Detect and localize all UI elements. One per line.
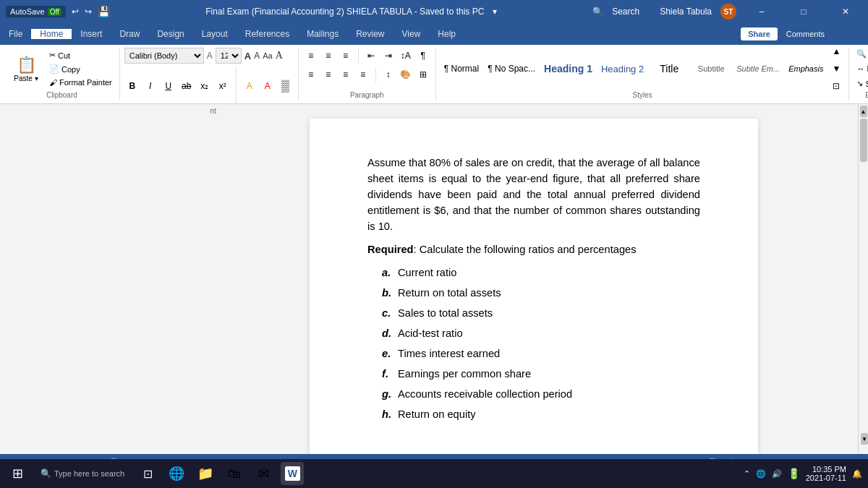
clipboard-label: Clipboard <box>9 90 115 100</box>
undo-icon[interactable]: ↩ <box>72 7 79 17</box>
copy-button[interactable]: 📄 Copy <box>46 63 115 75</box>
autosave-badge[interactable]: AutoSave Off <box>6 6 66 17</box>
task-view-button[interactable]: ⊡ <box>136 462 159 485</box>
start-button[interactable]: ⊞ <box>6 462 29 485</box>
document-scroll[interactable]: Assume that 80% of sales are on credit, … <box>210 104 858 454</box>
minimize-button[interactable]: – <box>745 0 778 23</box>
tab-design[interactable]: Design <box>148 29 192 39</box>
styles-scroll-up[interactable]: ▲ <box>828 48 844 59</box>
save-icon[interactable]: 💾 <box>98 6 110 17</box>
style-title[interactable]: Title <box>649 48 689 89</box>
notification-icon[interactable]: 🔔 <box>852 469 862 479</box>
redo-icon[interactable]: ↪ <box>85 7 92 17</box>
clock-time: 10:35 PM <box>806 465 846 474</box>
tab-draw[interactable]: Draw <box>111 29 148 39</box>
style-subtitle[interactable]: Subtitle <box>691 48 731 89</box>
styles-more[interactable]: ⊡ <box>828 78 844 90</box>
borders-button[interactable]: ⊞ <box>415 67 431 82</box>
strikethrough-button[interactable]: ab <box>179 78 195 94</box>
tab-references[interactable]: References <box>237 29 298 39</box>
show-hide-button[interactable]: ¶ <box>415 48 431 64</box>
vertical-scrollbar[interactable]: ▲ ▼ <box>858 104 868 454</box>
tab-view[interactable]: View <box>393 29 430 39</box>
cut-button[interactable]: ✂ ✂ Cut <box>46 49 115 61</box>
scroll-thumb[interactable] <box>860 119 867 162</box>
format-painter-button[interactable]: 🖌 Format Painter <box>46 77 115 88</box>
sort-button[interactable]: ↕A <box>398 48 414 64</box>
font-grow-icon[interactable]: A <box>244 51 251 61</box>
tab-help[interactable]: Help <box>429 29 464 39</box>
document-area: Assume that 80% of sales are on credit, … <box>0 104 868 454</box>
replace-button[interactable]: ↔ Replace <box>854 63 868 74</box>
list-text-f: Earnings per common share <box>398 366 531 382</box>
superscript-button[interactable]: x² <box>215 78 231 94</box>
comments-button[interactable]: Comments <box>786 30 825 38</box>
word-icon[interactable]: W <box>281 462 304 485</box>
shading-button[interactable]: ▒ <box>278 78 294 94</box>
align-left-button[interactable]: ≡ <box>303 67 319 82</box>
autosave-state[interactable]: Off <box>48 8 61 16</box>
share-button[interactable]: Share <box>741 27 778 40</box>
close-button[interactable]: ✕ <box>829 0 862 23</box>
multilevel-button[interactable]: ≡ <box>338 48 354 64</box>
list-text-h: Return on equity <box>398 406 476 422</box>
italic-button[interactable]: I <box>142 78 158 94</box>
tab-insert[interactable]: Insert <box>72 29 111 39</box>
font-case-icon[interactable]: Aa <box>263 51 272 60</box>
bullets-button[interactable]: ≡ <box>303 48 319 64</box>
increase-indent-button[interactable]: ⇥ <box>380 48 396 64</box>
list-items: a. Current ratio b. Return on total asse… <box>367 265 700 422</box>
font-size-select[interactable]: 12 <box>216 48 242 64</box>
text-highlight-button[interactable]: A <box>242 78 258 94</box>
list-item: e. Times interest earned <box>382 346 700 361</box>
style-subtle-emphasis[interactable]: Subtle Em... <box>733 48 783 89</box>
clear-format-icon[interactable]: A <box>276 50 283 61</box>
list-item: a. Current ratio <box>382 265 700 281</box>
document-page[interactable]: Assume that 80% of sales are on credit, … <box>310 119 758 454</box>
style-emphasis[interactable]: Emphasis <box>785 48 827 89</box>
chevron-up-icon[interactable]: ⌃ <box>744 469 750 479</box>
time-display[interactable]: 10:35 PM 2021-07-11 <box>806 465 846 482</box>
edge-icon[interactable]: 🌐 <box>165 462 188 485</box>
font-family-select[interactable]: Calibri (Body) <box>124 48 204 64</box>
search-taskbar-button[interactable]: 🔍 Type here to search <box>35 462 130 485</box>
maximize-button[interactable]: □ <box>787 0 820 23</box>
font-decrease-icon[interactable]: A <box>207 51 213 61</box>
file-explorer-icon[interactable]: 📁 <box>194 462 217 485</box>
search-bar-title[interactable]: Search <box>612 7 639 17</box>
tab-file[interactable]: File <box>0 29 31 39</box>
store-icon[interactable]: 🛍 <box>223 462 246 485</box>
speaker-icon[interactable]: 🔊 <box>772 469 782 479</box>
network-icon[interactable]: 🌐 <box>756 469 766 479</box>
underline-button[interactable]: U <box>161 78 176 94</box>
style-nospace-label: ¶ No Spac... <box>488 64 535 74</box>
select-button[interactable]: ↘ Select ▾ <box>854 77 868 90</box>
tab-layout[interactable]: Layout <box>193 29 237 39</box>
cut-icon: ✂ <box>49 51 56 60</box>
style-heading1[interactable]: Heading 1 <box>540 48 596 89</box>
style-heading2[interactable]: Heading 2 <box>597 48 647 89</box>
style-normal[interactable]: ¶ Normal <box>441 48 482 89</box>
find-button[interactable]: 🔍 Find ▾ <box>854 48 868 60</box>
font-color-button[interactable]: A <box>260 78 276 94</box>
justify-button[interactable]: ≡ <box>355 67 371 82</box>
numbering-button[interactable]: ≡ <box>320 48 336 64</box>
shading-para-button[interactable]: 🎨 <box>398 67 414 82</box>
line-spacing-button[interactable]: ↕ <box>380 67 396 82</box>
align-right-button[interactable]: ≡ <box>338 67 354 82</box>
list-text-g: Accounts receivable collection period <box>398 386 572 402</box>
style-no-spacing[interactable]: ¶ No Spac... <box>484 48 539 89</box>
styles-scroll-down[interactable]: ▼ <box>828 61 844 77</box>
tab-home[interactable]: Home <box>31 29 72 39</box>
align-center-button[interactable]: ≡ <box>320 67 336 82</box>
decrease-indent-button[interactable]: ⇤ <box>363 48 379 64</box>
paste-button[interactable]: 📋 Paste ▾ <box>9 49 43 88</box>
mail-icon[interactable]: ✉ <box>252 462 275 485</box>
tab-review[interactable]: Review <box>347 29 393 39</box>
paste-icon: 📋 <box>17 56 36 74</box>
tab-mailings[interactable]: Mailings <box>298 29 347 39</box>
subscript-button[interactable]: x₂ <box>197 78 213 94</box>
font-shrink-icon[interactable]: A <box>254 51 260 61</box>
bold-button[interactable]: B <box>124 78 140 94</box>
style-title-label: Title <box>652 63 686 74</box>
